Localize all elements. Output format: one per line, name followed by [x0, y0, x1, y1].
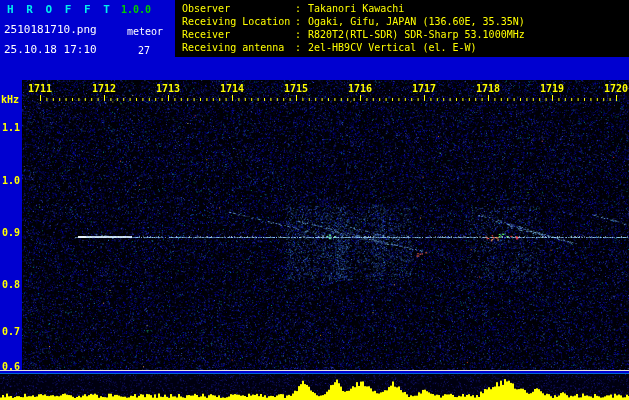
- app-title: H R O F F T: [7, 3, 113, 16]
- spectrogram-canvas: [0, 0, 629, 400]
- y-axis-unit: kHz: [1, 94, 19, 105]
- x-tick-label: 1716: [344, 83, 376, 94]
- timestamp: 25.10.18 17:10: [4, 43, 97, 56]
- mode-label: meteor: [127, 26, 163, 37]
- x-tick-label: 1715: [280, 83, 312, 94]
- info-separator: :: [295, 41, 308, 54]
- y-tick-label: 0.6: [2, 361, 20, 372]
- y-tick-label: 0.8: [2, 279, 20, 290]
- info-separator: :: [295, 2, 308, 15]
- info-label: Receiving antenna: [182, 41, 295, 54]
- info-value: R820T2(RTL-SDR) SDR-Sharp 53.1000MHz: [308, 28, 525, 41]
- hrofft-output-screen: H R O F F T 1.0.0 2510181710.png meteor …: [0, 0, 629, 400]
- x-tick-label: 1714: [216, 83, 248, 94]
- y-tick-label: 0.7: [2, 326, 20, 337]
- y-tick-label: 0.9: [2, 227, 20, 238]
- info-separator: :: [295, 28, 308, 41]
- echo-count: 27: [138, 45, 150, 56]
- info-label: Receiver: [182, 28, 295, 41]
- observer-info-panel: Observer : Takanori Kawachi Receiving Lo…: [175, 0, 629, 57]
- info-label: Receiving Location: [182, 15, 295, 28]
- app-version: 1.0.0: [121, 4, 151, 15]
- info-value: Takanori Kawachi: [308, 2, 404, 15]
- x-tick-label: 1712: [88, 83, 120, 94]
- info-value: Ogaki, Gifu, JAPAN (136.60E, 35.35N): [308, 15, 525, 28]
- x-tick-label: 1718: [472, 83, 504, 94]
- info-row-location: Receiving Location : Ogaki, Gifu, JAPAN …: [175, 15, 629, 28]
- x-tick-label: 1717: [408, 83, 440, 94]
- y-tick-label: 1.0: [2, 175, 20, 186]
- info-separator: :: [295, 15, 308, 28]
- output-filename: 2510181710.png: [4, 23, 97, 36]
- x-tick-label: 1720: [600, 83, 629, 94]
- info-row-receiver: Receiver : R820T2(RTL-SDR) SDR-Sharp 53.…: [175, 28, 629, 41]
- info-row-antenna: Receiving antenna : 2el-HB9CV Vertical (…: [175, 41, 629, 54]
- x-tick-label: 1713: [152, 83, 184, 94]
- info-label: Observer: [182, 2, 295, 15]
- x-tick-label: 1719: [536, 83, 568, 94]
- y-tick-label: 1.1: [2, 122, 20, 133]
- info-value: 2el-HB9CV Vertical (el. E-W): [308, 41, 477, 54]
- info-row-observer: Observer : Takanori Kawachi: [175, 2, 629, 15]
- x-tick-label: 1711: [24, 83, 56, 94]
